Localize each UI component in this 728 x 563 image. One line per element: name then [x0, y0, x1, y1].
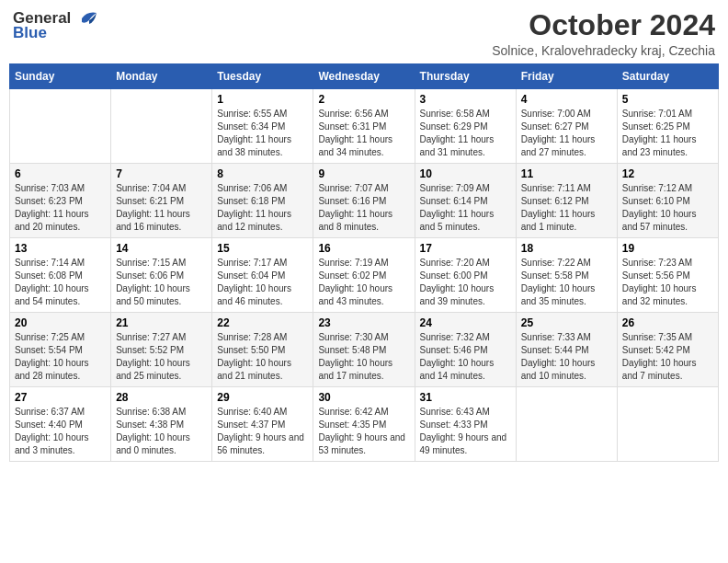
day-info: Sunrise: 7:33 AM Sunset: 5:44 PM Dayligh… — [521, 331, 612, 383]
day-number: 2 — [318, 93, 409, 106]
calendar-cell: 30Sunrise: 6:42 AM Sunset: 4:35 PM Dayli… — [313, 387, 415, 462]
calendar-cell: 8Sunrise: 7:06 AM Sunset: 6:18 PM Daylig… — [212, 164, 313, 238]
calendar-cell — [10, 89, 111, 164]
column-header-saturday: Saturday — [617, 64, 718, 89]
day-number: 19 — [622, 242, 713, 255]
calendar-cell: 1Sunrise: 6:55 AM Sunset: 6:34 PM Daylig… — [212, 89, 313, 164]
day-number: 24 — [420, 316, 511, 329]
day-info: Sunrise: 7:00 AM Sunset: 6:27 PM Dayligh… — [521, 108, 612, 159]
day-info: Sunrise: 7:30 AM Sunset: 5:48 PM Dayligh… — [318, 331, 409, 383]
calendar-week-row: 1Sunrise: 6:55 AM Sunset: 6:34 PM Daylig… — [10, 89, 719, 164]
day-info: Sunrise: 7:28 AM Sunset: 5:50 PM Dayligh… — [217, 331, 308, 383]
day-number: 26 — [622, 316, 713, 329]
day-number: 29 — [217, 391, 308, 404]
day-info: Sunrise: 6:40 AM Sunset: 4:37 PM Dayligh… — [217, 406, 308, 457]
calendar-cell: 9Sunrise: 7:07 AM Sunset: 6:16 PM Daylig… — [313, 164, 415, 238]
calendar-cell: 4Sunrise: 7:00 AM Sunset: 6:27 PM Daylig… — [516, 89, 617, 164]
day-info: Sunrise: 7:23 AM Sunset: 5:56 PM Dayligh… — [622, 257, 713, 308]
column-header-tuesday: Tuesday — [212, 64, 313, 89]
day-number: 20 — [15, 316, 106, 329]
calendar-cell: 19Sunrise: 7:23 AM Sunset: 5:56 PM Dayli… — [617, 238, 718, 313]
calendar-week-row: 13Sunrise: 7:14 AM Sunset: 6:08 PM Dayli… — [10, 238, 719, 313]
day-info: Sunrise: 7:32 AM Sunset: 5:46 PM Dayligh… — [420, 331, 511, 383]
calendar-week-row: 27Sunrise: 6:37 AM Sunset: 4:40 PM Dayli… — [10, 387, 719, 462]
day-number: 14 — [116, 242, 207, 255]
calendar-cell: 22Sunrise: 7:28 AM Sunset: 5:50 PM Dayli… — [212, 313, 313, 387]
day-number: 23 — [318, 316, 409, 329]
day-number: 27 — [15, 391, 106, 404]
day-number: 5 — [622, 93, 713, 106]
calendar-cell: 7Sunrise: 7:04 AM Sunset: 6:21 PM Daylig… — [111, 164, 212, 238]
calendar-cell: 31Sunrise: 6:43 AM Sunset: 4:33 PM Dayli… — [415, 387, 516, 462]
day-info: Sunrise: 7:12 AM Sunset: 6:10 PM Dayligh… — [622, 182, 713, 234]
day-info: Sunrise: 7:27 AM Sunset: 5:52 PM Dayligh… — [116, 331, 207, 383]
day-info: Sunrise: 7:22 AM Sunset: 5:58 PM Dayligh… — [521, 257, 612, 308]
day-number: 18 — [521, 242, 612, 255]
day-info: Sunrise: 7:11 AM Sunset: 6:12 PM Dayligh… — [521, 182, 612, 234]
calendar-cell: 13Sunrise: 7:14 AM Sunset: 6:08 PM Dayli… — [10, 238, 111, 313]
day-info: Sunrise: 7:15 AM Sunset: 6:06 PM Dayligh… — [116, 257, 207, 308]
day-number: 9 — [318, 167, 409, 180]
day-number: 28 — [116, 391, 207, 404]
day-info: Sunrise: 7:20 AM Sunset: 6:00 PM Dayligh… — [420, 257, 511, 308]
calendar-cell: 27Sunrise: 6:37 AM Sunset: 4:40 PM Dayli… — [10, 387, 111, 462]
column-header-sunday: Sunday — [10, 64, 111, 89]
calendar-cell: 20Sunrise: 7:25 AM Sunset: 5:54 PM Dayli… — [10, 313, 111, 387]
calendar-week-row: 20Sunrise: 7:25 AM Sunset: 5:54 PM Dayli… — [10, 313, 719, 387]
day-info: Sunrise: 6:42 AM Sunset: 4:35 PM Dayligh… — [318, 406, 409, 457]
day-number: 17 — [420, 242, 511, 255]
day-info: Sunrise: 6:58 AM Sunset: 6:29 PM Dayligh… — [420, 108, 511, 159]
calendar-cell: 26Sunrise: 7:35 AM Sunset: 5:42 PM Dayli… — [617, 313, 718, 387]
day-number: 10 — [420, 167, 511, 180]
logo-bird-icon — [73, 9, 97, 28]
title-area: October 2024 Solnice, Kralovehradecky kr… — [492, 9, 715, 58]
day-number: 15 — [217, 242, 308, 255]
day-info: Sunrise: 6:38 AM Sunset: 4:38 PM Dayligh… — [116, 406, 207, 457]
day-info: Sunrise: 7:07 AM Sunset: 6:16 PM Dayligh… — [318, 182, 409, 234]
day-number: 31 — [420, 391, 511, 404]
calendar-cell: 11Sunrise: 7:11 AM Sunset: 6:12 PM Dayli… — [516, 164, 617, 238]
day-info: Sunrise: 7:17 AM Sunset: 6:04 PM Dayligh… — [217, 257, 308, 308]
calendar-cell: 15Sunrise: 7:17 AM Sunset: 6:04 PM Dayli… — [212, 238, 313, 313]
calendar-cell — [111, 89, 212, 164]
calendar: SundayMondayTuesdayWednesdayThursdayFrid… — [9, 63, 719, 462]
calendar-cell: 5Sunrise: 7:01 AM Sunset: 6:25 PM Daylig… — [617, 89, 718, 164]
calendar-header-row: SundayMondayTuesdayWednesdayThursdayFrid… — [10, 64, 719, 89]
calendar-cell: 21Sunrise: 7:27 AM Sunset: 5:52 PM Dayli… — [111, 313, 212, 387]
day-number: 16 — [318, 242, 409, 255]
logo-blue: Blue — [13, 24, 47, 42]
calendar-cell: 6Sunrise: 7:03 AM Sunset: 6:23 PM Daylig… — [10, 164, 111, 238]
column-header-friday: Friday — [516, 64, 617, 89]
calendar-cell: 10Sunrise: 7:09 AM Sunset: 6:14 PM Dayli… — [415, 164, 516, 238]
calendar-cell: 18Sunrise: 7:22 AM Sunset: 5:58 PM Dayli… — [516, 238, 617, 313]
day-info: Sunrise: 6:37 AM Sunset: 4:40 PM Dayligh… — [15, 406, 106, 457]
day-number: 7 — [116, 167, 207, 180]
calendar-cell — [516, 387, 617, 462]
day-number: 21 — [116, 316, 207, 329]
day-number: 13 — [15, 242, 106, 255]
logo: General Blue — [13, 9, 97, 42]
calendar-week-row: 6Sunrise: 7:03 AM Sunset: 6:23 PM Daylig… — [10, 164, 719, 238]
day-info: Sunrise: 7:14 AM Sunset: 6:08 PM Dayligh… — [15, 257, 106, 308]
calendar-cell: 17Sunrise: 7:20 AM Sunset: 6:00 PM Dayli… — [415, 238, 516, 313]
day-number: 6 — [15, 167, 106, 180]
day-info: Sunrise: 7:04 AM Sunset: 6:21 PM Dayligh… — [116, 182, 207, 234]
calendar-cell: 16Sunrise: 7:19 AM Sunset: 6:02 PM Dayli… — [313, 238, 415, 313]
day-info: Sunrise: 7:09 AM Sunset: 6:14 PM Dayligh… — [420, 182, 511, 234]
day-number: 22 — [217, 316, 308, 329]
calendar-cell: 14Sunrise: 7:15 AM Sunset: 6:06 PM Dayli… — [111, 238, 212, 313]
column-header-wednesday: Wednesday — [313, 64, 415, 89]
calendar-cell: 29Sunrise: 6:40 AM Sunset: 4:37 PM Dayli… — [212, 387, 313, 462]
day-number: 1 — [217, 93, 308, 106]
calendar-cell: 23Sunrise: 7:30 AM Sunset: 5:48 PM Dayli… — [313, 313, 415, 387]
day-info: Sunrise: 6:55 AM Sunset: 6:34 PM Dayligh… — [217, 108, 308, 159]
day-number: 3 — [420, 93, 511, 106]
day-number: 30 — [318, 391, 409, 404]
calendar-cell: 3Sunrise: 6:58 AM Sunset: 6:29 PM Daylig… — [415, 89, 516, 164]
day-info: Sunrise: 7:01 AM Sunset: 6:25 PM Dayligh… — [622, 108, 713, 159]
calendar-cell: 24Sunrise: 7:32 AM Sunset: 5:46 PM Dayli… — [415, 313, 516, 387]
day-number: 11 — [521, 167, 612, 180]
day-info: Sunrise: 6:43 AM Sunset: 4:33 PM Dayligh… — [420, 406, 511, 457]
location-subtitle: Solnice, Kralovehradecky kraj, Czechia — [492, 43, 715, 58]
day-info: Sunrise: 6:56 AM Sunset: 6:31 PM Dayligh… — [318, 108, 409, 159]
